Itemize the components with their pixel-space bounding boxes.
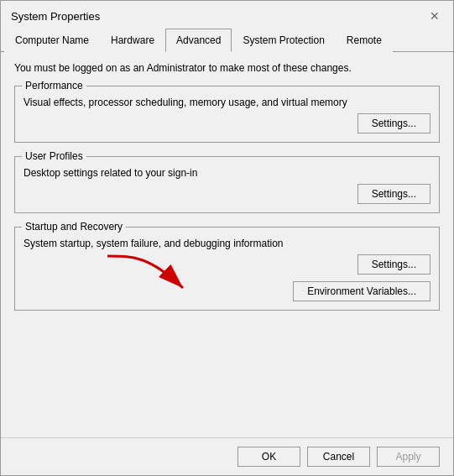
tab-bar: Computer Name Hardware Advanced System P… <box>1 28 453 52</box>
tab-advanced[interactable]: Advanced <box>165 29 232 52</box>
tab-remote[interactable]: Remote <box>336 29 393 52</box>
tab-system-protection[interactable]: System Protection <box>232 29 335 52</box>
apply-button[interactable]: Apply <box>377 447 440 467</box>
close-button[interactable]: ✕ <box>426 8 443 24</box>
startup-recovery-settings-button[interactable]: Settings... <box>357 254 431 275</box>
user-profiles-group-label: User Profiles <box>22 150 86 162</box>
env-variables-row: Environment Variables... <box>23 281 431 301</box>
arrow-icon <box>99 248 233 298</box>
tab-hardware[interactable]: Hardware <box>100 29 165 52</box>
environment-variables-button[interactable]: Environment Variables... <box>293 281 431 301</box>
window-title: System Properties <box>11 10 100 23</box>
performance-description: Visual effects, processor scheduling, me… <box>23 97 431 108</box>
tab-computer-name[interactable]: Computer Name <box>4 29 100 52</box>
user-profiles-footer: Settings... <box>23 184 431 204</box>
admin-notice: You must be logged on as an Administrato… <box>14 62 440 74</box>
performance-group-label: Performance <box>22 80 86 92</box>
cancel-button[interactable]: Cancel <box>307 447 370 467</box>
tab-content: You must be logged on as an Administrato… <box>1 52 453 437</box>
ok-button[interactable]: OK <box>237 447 300 467</box>
user-profiles-settings-button[interactable]: Settings... <box>357 184 431 204</box>
startup-recovery-group-label: Startup and Recovery <box>22 221 126 233</box>
system-properties-window: System Properties ✕ Computer Name Hardwa… <box>0 0 454 476</box>
performance-settings-button[interactable]: Settings... <box>357 113 431 133</box>
user-profiles-group: User Profiles Desktop settings related t… <box>14 156 440 213</box>
performance-group: Performance Visual effects, processor sc… <box>14 86 440 143</box>
startup-recovery-group: Startup and Recovery System startup, sys… <box>14 227 440 311</box>
user-profiles-description: Desktop settings related to your sign-in <box>23 167 431 179</box>
performance-footer: Settings... <box>23 113 431 133</box>
title-bar: System Properties ✕ <box>1 1 453 28</box>
bottom-bar: OK Cancel Apply <box>1 437 453 475</box>
